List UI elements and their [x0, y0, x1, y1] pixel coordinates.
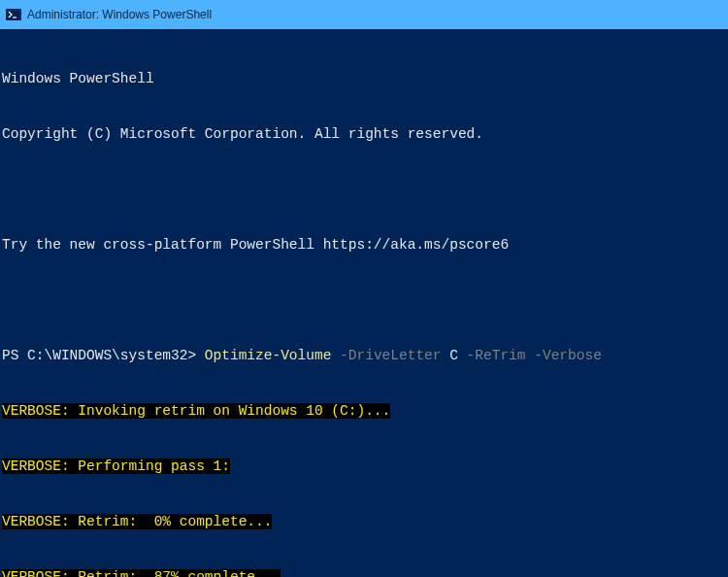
param-retrim: -ReTrim [467, 348, 526, 363]
prompt-path: PS C:\WINDOWS\system32> [2, 348, 205, 363]
verbose-output: VERBOSE: Invoking retrim on Windows 10 (… [2, 402, 726, 421]
header-line-3: Try the new cross-platform PowerShell ht… [2, 236, 726, 255]
window-title: Administrator: Windows PowerShell [27, 8, 212, 21]
powershell-window: Administrator: Windows PowerShell Window… [0, 0, 728, 577]
param-verbose: -Verbose [534, 348, 602, 363]
prompt-line-1: PS C:\WINDOWS\system32> Optimize-Volume … [2, 347, 726, 365]
header-line-2: Copyright (C) Microsoft Corporation. All… [2, 125, 726, 144]
verbose-output: VERBOSE: Retrim: 87% complete... [2, 568, 726, 577]
verbose-output: VERBOSE: Retrim: 0% complete... [2, 513, 726, 531]
powershell-icon [6, 7, 21, 22]
svg-rect-0 [6, 9, 21, 20]
cmdlet-name: Optimize-Volume [205, 348, 332, 363]
param-driveletter: -DriveLetter [340, 348, 441, 363]
verbose-output: VERBOSE: Performing pass 1: [2, 458, 726, 476]
blank-line [2, 291, 726, 310]
terminal-body[interactable]: Windows PowerShell Copyright (C) Microso… [0, 29, 728, 577]
header-line-1: Windows PowerShell [2, 70, 726, 88]
title-bar[interactable]: Administrator: Windows PowerShell [0, 0, 728, 29]
arg-drive: C [449, 348, 458, 363]
blank-line [2, 181, 726, 199]
